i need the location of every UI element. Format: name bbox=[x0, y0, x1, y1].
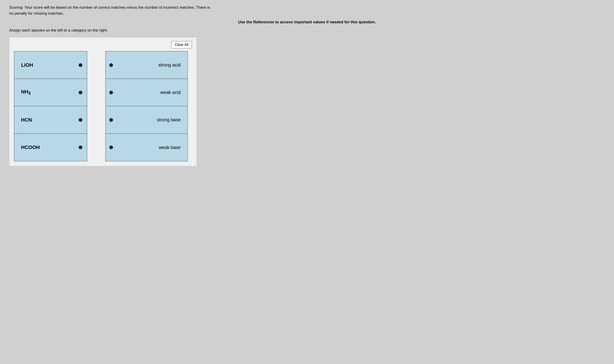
left-item-hcooh[interactable]: HCOOH bbox=[14, 134, 87, 161]
left-dot-nh3 bbox=[79, 91, 82, 94]
left-column: LiOH NH3 HCN HCOOH bbox=[14, 51, 87, 161]
scoring-text: Scoring: Your score will be based on the… bbox=[9, 5, 215, 16]
right-label-strong-acid: strong acid bbox=[158, 62, 181, 68]
right-item-weak-acid[interactable]: weak acid bbox=[106, 79, 187, 106]
scoring-section: Scoring: Your score will be based on the… bbox=[9, 5, 605, 16]
right-column: strong acid weak acid strong base weak b… bbox=[106, 51, 188, 161]
left-dot-hcn bbox=[79, 118, 82, 122]
right-label-strong-base: strong base bbox=[157, 117, 181, 122]
left-dot-hcooh bbox=[79, 145, 82, 149]
left-label-hcooh: HCOOH bbox=[21, 144, 40, 150]
left-label-nh3: NH3 bbox=[21, 89, 31, 96]
right-dot-weak-base bbox=[109, 145, 113, 149]
right-dot-strong-acid bbox=[109, 63, 113, 67]
left-label-hcn: HCN bbox=[21, 117, 32, 123]
right-item-weak-base[interactable]: weak base bbox=[106, 134, 187, 161]
right-label-weak-base: weak base bbox=[159, 145, 181, 150]
left-dot-lioh bbox=[79, 63, 82, 67]
matching-body: LiOH NH3 HCN HCOOH strong acid bbox=[14, 51, 192, 161]
left-label-lioh: LiOH bbox=[21, 62, 33, 68]
right-label-weak-acid: weak acid bbox=[160, 90, 181, 95]
right-dot-weak-acid bbox=[109, 91, 113, 94]
right-dot-strong-base bbox=[109, 118, 113, 122]
left-item-lioh[interactable]: LiOH bbox=[14, 52, 87, 79]
clear-all-button[interactable]: Clear All bbox=[171, 41, 192, 48]
left-item-nh3[interactable]: NH3 bbox=[14, 79, 87, 106]
matching-container: Clear All LiOH NH3 HCN HCOOH bbox=[9, 37, 197, 166]
references-text: Use the References to access important v… bbox=[9, 20, 605, 25]
instructions-text: Assign each species on the left to a cat… bbox=[9, 28, 605, 33]
right-item-strong-base[interactable]: strong base bbox=[106, 106, 187, 134]
clear-all-row: Clear All bbox=[14, 41, 192, 48]
right-item-strong-acid[interactable]: strong acid bbox=[106, 52, 187, 79]
left-item-hcn[interactable]: HCN bbox=[14, 106, 87, 134]
